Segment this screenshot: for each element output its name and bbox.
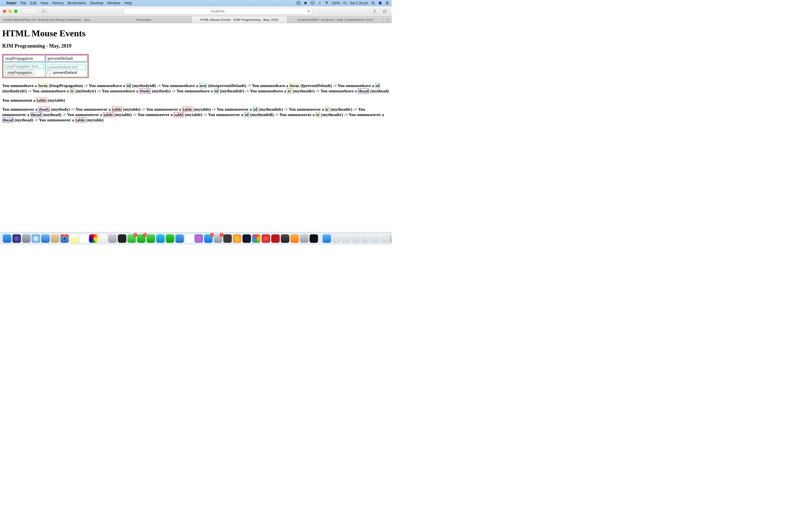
dock-calendar-icon[interactable]: MAY4: [60, 234, 69, 243]
preventdefault-checkbox[interactable]: [47, 71, 51, 74]
dock-preview5-icon[interactable]: [370, 234, 379, 243]
minimize-window-button[interactable]: [8, 10, 12, 13]
dock-notes-icon[interactable]: [70, 234, 79, 243]
menu-bookmarks[interactable]: Bookmarks: [68, 1, 86, 5]
dock-filezilla-icon[interactable]: [271, 234, 280, 243]
td-preventdefault[interactable]: preventDefault: [46, 62, 87, 77]
dock-launchpad-icon[interactable]: [22, 234, 31, 243]
dock-appstore-icon[interactable]: 9: [204, 234, 213, 243]
zoom-window-button[interactable]: [14, 10, 17, 13]
dock-trash-icon[interactable]: [390, 234, 392, 243]
tab-3[interactable]: localhost:8888 / localhost / ssdb | phpM…: [287, 16, 383, 23]
dock-chrome-icon[interactable]: [252, 234, 260, 243]
dock-activity-icon[interactable]: [118, 234, 126, 243]
th-preventdefault[interactable]: preventDefault: [46, 55, 87, 62]
dock-contacts-icon[interactable]: [51, 234, 59, 243]
hl-td: td: [126, 83, 131, 88]
dock-numbers-icon[interactable]: [166, 234, 174, 243]
dock-atom-icon[interactable]: [223, 234, 232, 243]
demo-table[interactable]: stopPropagation preventDefault stopPropa…: [2, 54, 89, 78]
page-content: HTML Mouse Events RJM Programming - May,…: [0, 23, 392, 123]
preventdefault-input[interactable]: [47, 65, 86, 70]
dock-automator-icon[interactable]: 1: [214, 234, 222, 243]
stoppropagation-button[interactable]: stopPropagation: [5, 70, 35, 75]
dock-preview4-icon[interactable]: [361, 234, 369, 243]
dock-siri-icon[interactable]: [12, 234, 21, 243]
dock-itunes-icon[interactable]: [195, 234, 203, 243]
dock-photoshop-icon[interactable]: [243, 234, 251, 243]
dock-preview1-icon[interactable]: [332, 234, 341, 243]
menubar-app[interactable]: Safari: [6, 1, 16, 5]
siri-menubar-icon[interactable]: [378, 1, 382, 5]
hl-thead: thead: [2, 117, 13, 122]
address-bar[interactable]: localhost ⟳: [123, 8, 312, 15]
hl-table: table: [112, 107, 122, 112]
th-stoppropagation[interactable]: stopPropagation: [3, 55, 45, 62]
demo-tbody[interactable]: stopPropagation preventDefault: [3, 62, 87, 77]
dock-reminders-icon[interactable]: [80, 234, 88, 243]
dock-skype-icon[interactable]: [156, 234, 165, 243]
hl-table: table: [36, 98, 47, 103]
tab-0[interactable]: Online MarketPlace for Sharing and Hirin…: [0, 16, 96, 23]
dock-colorpicker-icon[interactable]: [89, 234, 98, 243]
close-window-button[interactable]: [3, 10, 6, 13]
tabs-overview-button[interactable]: [381, 8, 389, 14]
dock-safari-icon[interactable]: [32, 234, 40, 243]
hl-table: table: [174, 112, 184, 117]
hl-table: table: [183, 107, 193, 112]
dock-systemprefs-icon[interactable]: [108, 234, 117, 243]
spotlight-icon[interactable]: [371, 1, 375, 5]
bluetooth-icon[interactable]: [317, 1, 322, 5]
dock-magnifier-icon[interactable]: [322, 234, 331, 243]
dock-opera-icon[interactable]: [262, 234, 270, 243]
dock-mamp-icon[interactable]: [281, 234, 289, 243]
dock-dropbox-icon[interactable]: [175, 234, 184, 243]
menu-history[interactable]: History: [52, 1, 63, 5]
menu-file[interactable]: File: [20, 1, 26, 5]
dock-line-icon[interactable]: [147, 234, 155, 243]
demo-thead[interactable]: stopPropagation preventDefault: [3, 55, 87, 62]
hl-text: text: [199, 83, 207, 88]
dock-paint-icon[interactable]: [290, 234, 299, 243]
battery-icon[interactable]: [343, 1, 347, 5]
wifi-icon[interactable]: [324, 1, 329, 5]
dock-firefox-icon[interactable]: [233, 234, 241, 243]
dock-smoke-icon[interactable]: [300, 234, 308, 243]
menu-window[interactable]: Window: [107, 1, 120, 5]
android-icon[interactable]: [303, 1, 308, 5]
forward-button[interactable]: 〉: [30, 8, 38, 14]
back-button[interactable]: 〈: [22, 8, 30, 14]
tab-2[interactable]: HTML Mouse Events - RJM Programming - Ma…: [192, 16, 288, 23]
display-icon[interactable]: [310, 1, 315, 5]
dock-preview6-icon[interactable]: [380, 234, 389, 243]
menu-view[interactable]: View: [41, 1, 49, 5]
dock-textedit-icon[interactable]: [99, 234, 107, 243]
menu-develop[interactable]: Develop: [90, 1, 103, 5]
dock-wechat-icon[interactable]: 5: [137, 234, 146, 243]
dock-badge: 1: [220, 233, 223, 237]
notification-center-icon[interactable]: [385, 1, 389, 5]
stoppropagation-input[interactable]: [5, 64, 44, 69]
log-mouseout: You onmouseout a table (mytable): [2, 98, 389, 103]
menubar-clock[interactable]: Sat 2:28 pm: [350, 1, 368, 5]
menubar-right: 100% Sat 2:28 pm: [296, 1, 389, 5]
td-stoppropagation[interactable]: stopPropagation: [3, 62, 45, 77]
hl-tbody: tbody: [139, 89, 151, 94]
share-button[interactable]: [371, 8, 378, 14]
dock-terminal-icon[interactable]: [310, 234, 318, 243]
dock-finder-icon[interactable]: [3, 234, 11, 243]
dock-preview3-icon[interactable]: [351, 234, 360, 243]
hl-tr: tr: [316, 112, 320, 117]
svg-point-2: [305, 2, 305, 2]
dock-preview2-icon[interactable]: [342, 234, 350, 243]
menu-help[interactable]: Help: [124, 1, 132, 5]
menu-edit[interactable]: Edit: [30, 1, 36, 5]
reload-icon[interactable]: ⟳: [307, 9, 310, 13]
dock-mail-icon[interactable]: [41, 234, 50, 243]
tab-1[interactable]: Favourites: [96, 16, 192, 23]
sidebar-button[interactable]: [40, 8, 48, 14]
dock-messages-icon[interactable]: 3: [128, 234, 136, 243]
menubar-extra-icon[interactable]: [296, 1, 301, 5]
new-tab-button[interactable]: +: [383, 16, 392, 23]
dock-blocked-icon[interactable]: [185, 234, 193, 243]
